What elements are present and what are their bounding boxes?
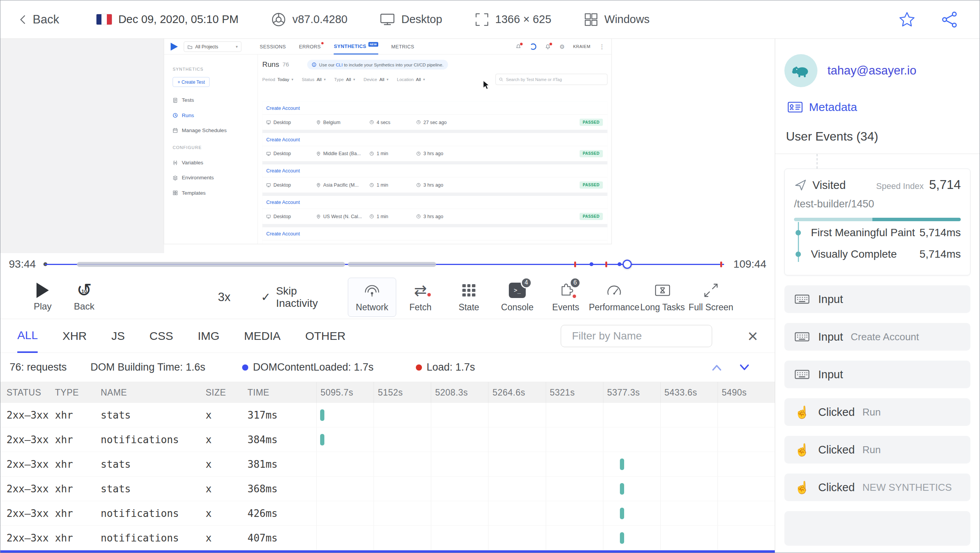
speed-index-label: Speed Index <box>876 181 924 191</box>
error-marker[interactable] <box>574 262 576 267</box>
table-header: STATUS TYPE NAME SIZE TIME 5095.7s5152s5… <box>0 382 775 403</box>
table-row[interactable]: 2xx–3xxxhrnotificationsx407ms <box>0 526 775 550</box>
network-stats-bar: 76: requests DOM Building Time: 1.6s DOM… <box>0 353 775 382</box>
col-type: TYPE <box>55 387 101 398</box>
favorite-star-icon[interactable] <box>898 11 916 28</box>
visited-url: /test-builder/1450 <box>794 198 961 210</box>
notifications-bell-icon <box>545 43 551 49</box>
skip-inactivity-toggle[interactable]: ✓ Skip Inactivity <box>261 285 342 310</box>
replay-viewport[interactable]: All Projects ▾ SESSIONS ERRORS SYNTHETIC… <box>0 39 775 253</box>
play-button[interactable]: Play <box>27 283 58 312</box>
table-row[interactable]: 2xx–3xxxhrnotificationsx384ms <box>0 427 775 452</box>
avatar <box>784 54 817 87</box>
full-screen-tool-button[interactable]: Full Screen <box>687 278 735 317</box>
back-button[interactable]: Back <box>17 13 59 26</box>
run-row: Create Account Desktop Belgium 4 secs 27… <box>262 102 608 130</box>
tab-all[interactable]: ALL <box>17 319 38 353</box>
time-ago-clock-icon <box>416 183 421 187</box>
events-tool-button[interactable]: 6 Events <box>541 278 590 317</box>
load-dot <box>416 364 422 371</box>
metric-row: Visually Complete 5,714ms <box>811 243 961 265</box>
cli-info-banner: Use our CLI to include your Synthetics i… <box>307 60 448 70</box>
filter-status: StatusAll▾ <box>302 77 326 82</box>
user-email[interactable]: tahay@asayer.io <box>827 64 916 78</box>
new-badge: NEW <box>368 42 378 46</box>
next-chevron-icon[interactable] <box>739 363 750 372</box>
waterfall-bar <box>320 434 324 445</box>
network-tool-button[interactable]: Network <box>348 278 396 317</box>
error-marker[interactable] <box>605 262 607 267</box>
network-filter-tabs: ALL XHR JS CSS IMG MEDIA OTHER × <box>0 319 775 353</box>
table-row[interactable]: 2xx–3xxxhrstatsx317ms <box>0 403 775 427</box>
back-label: Back <box>33 13 59 26</box>
timeline-track[interactable] <box>45 258 724 271</box>
viewport-gutter <box>0 39 164 253</box>
replayed-app-frame: All Projects ▾ SESSIONS ERRORS SYNTHETIC… <box>164 39 611 244</box>
console-icon: >_4 <box>509 282 526 299</box>
visited-event-card[interactable]: Visited Speed Index 5,714 /test-builder/… <box>784 169 970 275</box>
duration-clock-icon <box>369 151 374 156</box>
session-date-group: Dec 09, 2020, 05:10 PM <box>96 13 239 26</box>
long-tasks-icon <box>654 282 671 299</box>
event-marker[interactable] <box>590 262 593 266</box>
play-icon <box>37 283 49 298</box>
requests-count: 76: requests <box>10 361 67 373</box>
click-event-card[interactable]: ☝ Clicked NEW SYNTHETICS <box>784 474 970 501</box>
long-tasks-tool-button[interactable]: Long Tasks <box>638 278 687 317</box>
col-size: SIZE <box>206 387 247 398</box>
fetch-icon: ⇄ <box>414 282 427 299</box>
click-event-card[interactable]: ☝ Clicked Run <box>784 436 970 464</box>
tab-media[interactable]: MEDIA <box>244 319 281 353</box>
table-row[interactable]: 2xx–3xxxhrstatsx368ms <box>0 477 775 501</box>
input-event-card[interactable]: Input <box>784 361 970 388</box>
player-column: All Projects ▾ SESSIONS ERRORS SYNTHETIC… <box>0 39 775 553</box>
playback-speed-button[interactable]: 3x <box>218 290 237 304</box>
errors-alert-dot <box>321 42 324 44</box>
document-icon <box>173 98 178 103</box>
back-10s-button[interactable]: ↺10 Back <box>69 283 100 312</box>
desktop-icon <box>380 13 395 26</box>
run-name-link: Create Account <box>262 227 608 240</box>
tab-js[interactable]: JS <box>111 319 125 353</box>
error-marker[interactable] <box>720 262 722 267</box>
partial-event-card[interactable] <box>784 511 970 546</box>
os-name: Windows <box>605 13 650 26</box>
player-controls: Play ↺10 Back 3x ✓ Skip Inactivity <box>0 275 775 319</box>
filter-by-name-input[interactable] <box>561 325 712 347</box>
runs-count: 76 <box>282 61 289 68</box>
share-icon[interactable] <box>941 11 958 28</box>
input-event-card[interactable]: Input <box>784 285 970 313</box>
console-tool-button[interactable]: >_4 Console <box>493 278 541 317</box>
replayed-sidebar: SYNTHETICS + Create Test Tests Runs <box>164 55 258 244</box>
fetch-tool-button[interactable]: ⇄ Fetch <box>396 278 445 317</box>
table-row[interactable]: 2xx–3xxxhrnotificationsx426ms <box>0 501 775 526</box>
metadata-button[interactable]: Metadata <box>784 100 970 114</box>
sidebar-item-templates: Templates <box>164 185 257 200</box>
inactivity-segment <box>77 262 345 267</box>
location-pin-icon <box>316 214 321 219</box>
pointer-hand-icon: ☝ <box>794 480 811 495</box>
event-marker[interactable] <box>618 262 621 266</box>
status-badge: PASSED <box>580 119 603 126</box>
tab-css[interactable]: CSS <box>149 319 173 353</box>
close-panel-button[interactable]: × <box>747 328 758 344</box>
state-tool-button[interactable]: State <box>445 278 493 317</box>
col-status: STATUS <box>0 387 55 398</box>
tab-img[interactable]: IMG <box>198 319 219 353</box>
runs-filter-bar: PeriodToday▾ StatusAll▾ TypeAll▾ DeviceA… <box>262 74 608 84</box>
tab-other[interactable]: OTHER <box>305 319 345 353</box>
performance-tool-button[interactable]: Performance <box>590 278 638 317</box>
network-icon <box>363 282 381 299</box>
hippo-icon <box>791 61 811 81</box>
waterfall-bar <box>620 483 624 495</box>
tab-xhr[interactable]: XHR <box>62 319 86 353</box>
create-test-button: + Create Test <box>173 77 210 87</box>
windows-icon <box>584 12 598 27</box>
click-event-card[interactable]: ☝ Clicked Run <box>784 398 970 426</box>
timeline-scrubber[interactable] <box>623 260 632 269</box>
input-event-card[interactable]: Input Create Account <box>784 323 970 351</box>
prev-chevron-icon[interactable] <box>711 363 723 372</box>
table-row[interactable]: 2xx–3xxxhrstatsx381ms <box>0 452 775 477</box>
replayed-app: All Projects ▾ SESSIONS ERRORS SYNTHETIC… <box>164 39 611 244</box>
replayed-nav-errors: ERRORS <box>299 39 321 54</box>
